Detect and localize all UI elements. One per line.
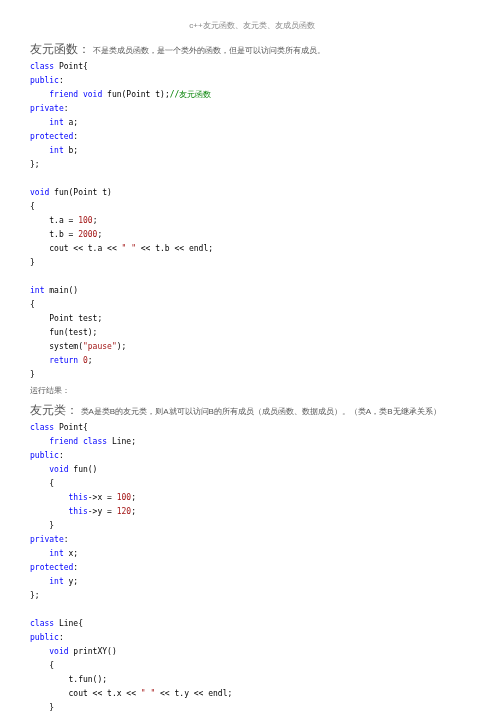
code-line: int main() (30, 284, 474, 298)
code-line: class Point{ (30, 421, 474, 435)
code-line (30, 270, 474, 284)
code-line: int y; (30, 575, 474, 589)
code-line: }; (30, 158, 474, 172)
code-line: void fun() (30, 463, 474, 477)
code-line: public: (30, 631, 474, 645)
code-line: protected: (30, 130, 474, 144)
section-title: 友元函数： (30, 42, 90, 56)
section-title: 友元类： (30, 403, 78, 417)
code-line: t.a = 100; (30, 214, 474, 228)
code-line: class Line{ (30, 617, 474, 631)
code-line: } (30, 519, 474, 533)
code-block-2: class Point{ friend class Line; public: … (30, 421, 474, 713)
code-line: } (30, 701, 474, 713)
code-line: protected: (30, 561, 474, 575)
code-line: friend void fun(Point t);//友元函数 (30, 88, 474, 102)
result-label: 运行结果： (30, 385, 474, 396)
code-line: public: (30, 74, 474, 88)
code-line (30, 603, 474, 617)
code-line: system("pause"); (30, 340, 474, 354)
code-line: return 0; (30, 354, 474, 368)
page-header: c++友元函数、友元类、友成员函数 (30, 20, 474, 31)
code-line: public: (30, 449, 474, 463)
code-line: friend class Line; (30, 435, 474, 449)
section-desc: 不是类成员函数，是一个类外的函数，但是可以访问类所有成员。 (93, 46, 325, 55)
code-line: private: (30, 102, 474, 116)
code-line: cout << t.x << " " << t.y << endl; (30, 687, 474, 701)
code-line: { (30, 477, 474, 491)
code-line: this->x = 100; (30, 491, 474, 505)
code-line: t.b = 2000; (30, 228, 474, 242)
code-line: Point test; (30, 312, 474, 326)
code-line: } (30, 256, 474, 270)
code-line: fun(test); (30, 326, 474, 340)
code-line: t.fun(); (30, 673, 474, 687)
section-friend-func: 友元函数： 不是类成员函数，是一个类外的函数，但是可以访问类所有成员。 (30, 41, 474, 58)
code-line: class Point{ (30, 60, 474, 74)
code-line: { (30, 298, 474, 312)
code-line: private: (30, 533, 474, 547)
code-line: cout << t.a << " " << t.b << endl; (30, 242, 474, 256)
code-line: int a; (30, 116, 474, 130)
code-line: } (30, 368, 474, 382)
code-line: this->y = 120; (30, 505, 474, 519)
code-line: int b; (30, 144, 474, 158)
code-line (30, 172, 474, 186)
code-line: }; (30, 589, 474, 603)
code-line: void fun(Point t) (30, 186, 474, 200)
code-block-1: class Point{ public: friend void fun(Poi… (30, 60, 474, 382)
code-line: { (30, 659, 474, 673)
code-line: void printXY() (30, 645, 474, 659)
section-friend-class: 友元类： 类A是类B的友元类，则A就可以访问B的所有成员（成员函数、数据成员）。… (30, 402, 474, 419)
code-line: { (30, 200, 474, 214)
code-line: int x; (30, 547, 474, 561)
section-desc: 类A是类B的友元类，则A就可以访问B的所有成员（成员函数、数据成员）。（类A，类… (81, 407, 441, 416)
